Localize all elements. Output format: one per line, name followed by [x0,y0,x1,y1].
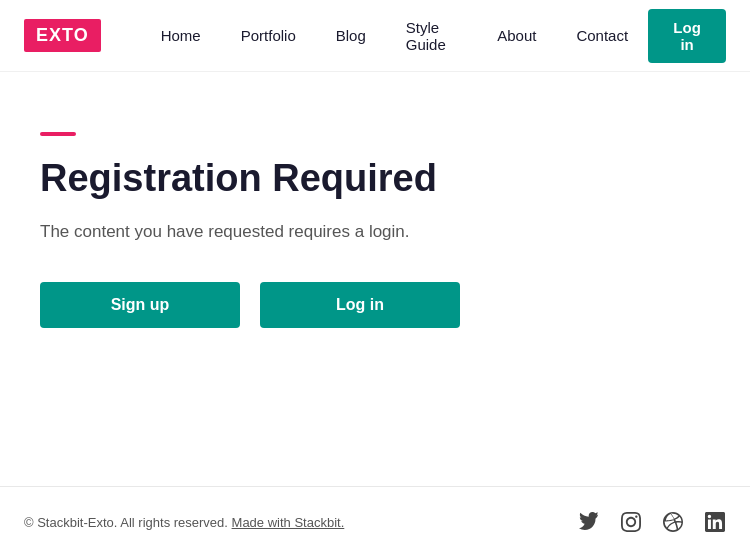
nav-style-guide[interactable]: Style Guide [386,19,477,53]
twitter-icon[interactable] [578,511,600,533]
logo-text: EXTO [24,19,101,52]
page-subtitle: The content you have requested requires … [40,222,710,242]
logo[interactable]: EXTO [24,19,101,52]
nav-portfolio[interactable]: Portfolio [221,27,316,44]
dribbble-icon[interactable] [662,511,684,533]
nav-blog[interactable]: Blog [316,27,386,44]
nav-contact[interactable]: Contact [556,27,648,44]
cta-buttons: Sign up Log in [40,282,710,328]
made-with-link[interactable]: Made with Stackbit. [232,515,345,530]
linkedin-icon[interactable] [704,511,726,533]
site-header: EXTO Home Portfolio Blog Style Guide Abo… [0,0,750,72]
header-login-button[interactable]: Log in [648,9,726,63]
login-button[interactable]: Log in [260,282,460,328]
accent-line [40,132,76,136]
nav-home[interactable]: Home [141,27,221,44]
main-nav: Home Portfolio Blog Style Guide About Co… [141,9,726,63]
social-icons [578,511,726,533]
copyright-text: © Stackbit-Exto. All rights reserved. [24,515,228,530]
page-title: Registration Required [40,156,710,202]
site-footer: © Stackbit-Exto. All rights reserved. Ma… [0,486,750,557]
footer-copyright: © Stackbit-Exto. All rights reserved. Ma… [24,515,344,530]
signup-button[interactable]: Sign up [40,282,240,328]
main-content: Registration Required The content you ha… [0,72,750,486]
nav-about[interactable]: About [477,27,556,44]
instagram-icon[interactable] [620,511,642,533]
